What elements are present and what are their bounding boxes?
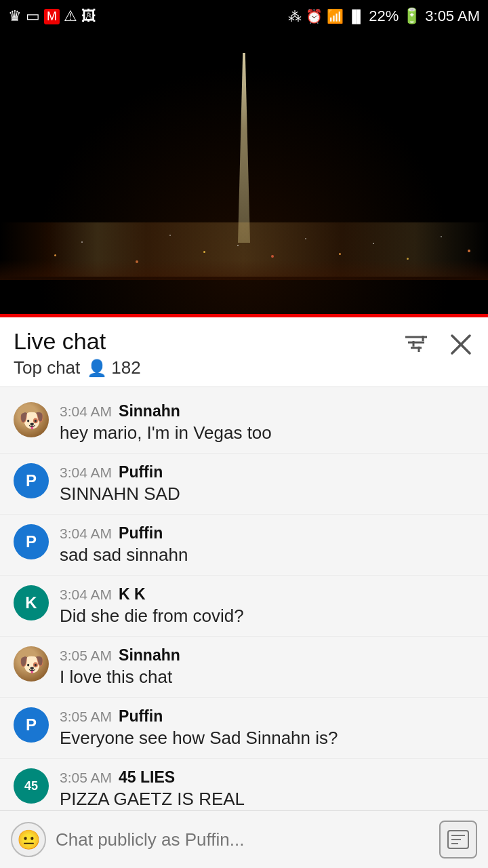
chat-message-msg1: 3:04 AM Sinnahn hey mario, I'm in Vegas … <box>0 393 488 454</box>
msg-user: Sinnahn <box>119 646 180 665</box>
msg-text: I love this chat <box>60 667 474 688</box>
msg-user: K K <box>119 585 146 604</box>
m-icon: M <box>44 9 60 24</box>
avatar-letter: K <box>14 585 49 620</box>
monument <box>238 53 250 243</box>
msg-meta: 3:05 AM Puffin <box>60 707 474 726</box>
avatar-letter: 45 <box>14 768 49 804</box>
chat-header-left: Live chat Top chat 👤 182 <box>14 328 141 378</box>
msg-meta: 3:04 AM Puffin <box>60 463 474 481</box>
status-bar: ♛ ▭ M ⚠ 🖼 ⁂ ⏰ 📶 ▐▌ 22% 🔋 3:05 AM <box>0 0 488 33</box>
msg-user: Puffin <box>119 463 163 481</box>
msg-text: Everyone see how Sad Sinnahn is? <box>60 728 474 749</box>
chat-messages: 3:04 AM Sinnahn hey mario, I'm in Vegas … <box>0 387 488 868</box>
status-icons-right: ⁂ ⏰ 📶 ▐▌ 22% 🔋 3:05 AM <box>288 7 480 25</box>
chat-input[interactable] <box>56 829 430 850</box>
msg-time: 3:05 AM <box>60 709 112 725</box>
chat-message-msg6: P 3:05 AM Puffin Everyone see how Sad Si… <box>0 698 488 759</box>
warning-icon: ⚠ <box>64 7 77 25</box>
msg-content: 3:04 AM K K Did she die from covid? <box>60 585 474 627</box>
avatar-dog <box>14 646 49 682</box>
msg-user: Sinnahn <box>119 402 180 420</box>
filter-button[interactable] <box>401 332 431 363</box>
chat-header-icons <box>401 331 474 363</box>
msg-content: 3:05 AM Puffin Everyone see how Sad Sinn… <box>60 707 474 749</box>
battery-icon: 🔋 <box>403 7 421 25</box>
close-button[interactable] <box>447 331 474 363</box>
msg-user: 45 LIES <box>119 768 175 787</box>
image-icon: 🖼 <box>81 7 96 25</box>
msg-text: PIZZA GAETZ IS REAL <box>60 789 474 810</box>
video-area <box>0 33 488 317</box>
msg-time: 3:04 AM <box>60 526 112 542</box>
msg-user: Puffin <box>119 707 163 726</box>
msg-content: 3:05 AM 45 LIES PIZZA GAETZ IS REAL <box>60 768 474 810</box>
viewers-icon: 👤 <box>87 359 107 378</box>
chat-header: Live chat Top chat 👤 182 <box>0 317 488 387</box>
msg-text: hey mario, I'm in Vegas too <box>60 422 474 443</box>
video-background <box>0 33 488 317</box>
avatar-letter: P <box>14 463 49 498</box>
alarm-icon: ⏰ <box>306 8 323 24</box>
chat-message-msg5: 3:05 AM Sinnahn I love this chat <box>0 637 488 698</box>
chat-panel: Live chat Top chat 👤 182 <box>0 317 488 868</box>
signal-icon: ▐▌ <box>348 9 365 24</box>
status-icons-left: ♛ ▭ M ⚠ 🖼 <box>8 7 96 25</box>
top-chat-label: Top chat <box>14 357 80 378</box>
msg-meta: 3:05 AM Sinnahn <box>60 646 474 665</box>
msg-user: Puffin <box>119 524 163 542</box>
msg-meta: 3:04 AM Sinnahn <box>60 402 474 420</box>
avatar-dog <box>14 402 49 437</box>
msg-meta: 3:04 AM K K <box>60 585 474 604</box>
msg-meta: 3:04 AM Puffin <box>60 524 474 542</box>
video-red-bar <box>0 314 488 317</box>
msg-content: 3:04 AM Sinnahn hey mario, I'm in Vegas … <box>60 402 474 443</box>
crown-icon: ♛ <box>8 7 22 25</box>
avatar-letter: P <box>14 707 49 743</box>
chat-message-msg3: P 3:04 AM Puffin sad sad sinnahn <box>0 515 488 576</box>
viewers-number: 182 <box>111 357 140 378</box>
msg-time: 3:04 AM <box>60 587 112 603</box>
msg-time: 3:05 AM <box>60 648 112 664</box>
msg-text: Did she die from covid? <box>60 606 474 627</box>
msg-text: sad sad sinnahn <box>60 545 474 566</box>
chat-message-msg2: P 3:04 AM Puffin SINNAHN SAD <box>0 454 488 515</box>
msg-content: 3:04 AM Puffin sad sad sinnahn <box>60 524 474 566</box>
chat-message-msg4: K 3:04 AM K K Did she die from covid? <box>0 576 488 637</box>
bluetooth-icon: ⁂ <box>288 8 302 24</box>
chat-input-bar: 😐 <box>0 810 488 868</box>
viewers-count: 👤 182 <box>87 357 140 378</box>
time-label: 3:05 AM <box>425 7 480 25</box>
avatar-letter: P <box>14 524 49 559</box>
wifi-icon: 📶 <box>327 8 344 24</box>
msg-time: 3:05 AM <box>60 770 112 786</box>
live-chat-title: Live chat <box>14 328 141 355</box>
msg-content: 3:05 AM Sinnahn I love this chat <box>60 646 474 688</box>
send-button[interactable] <box>439 821 477 859</box>
msg-time: 3:04 AM <box>60 403 112 420</box>
battery-label: 22% <box>369 7 399 25</box>
msg-time: 3:04 AM <box>60 465 112 481</box>
folder-icon: ▭ <box>26 7 40 25</box>
msg-text: SINNAHN SAD <box>60 484 474 505</box>
msg-content: 3:04 AM Puffin SINNAHN SAD <box>60 463 474 505</box>
msg-meta: 3:05 AM 45 LIES <box>60 768 474 787</box>
emoji-icon: 😐 <box>17 829 41 851</box>
emoji-button[interactable]: 😐 <box>11 822 46 857</box>
